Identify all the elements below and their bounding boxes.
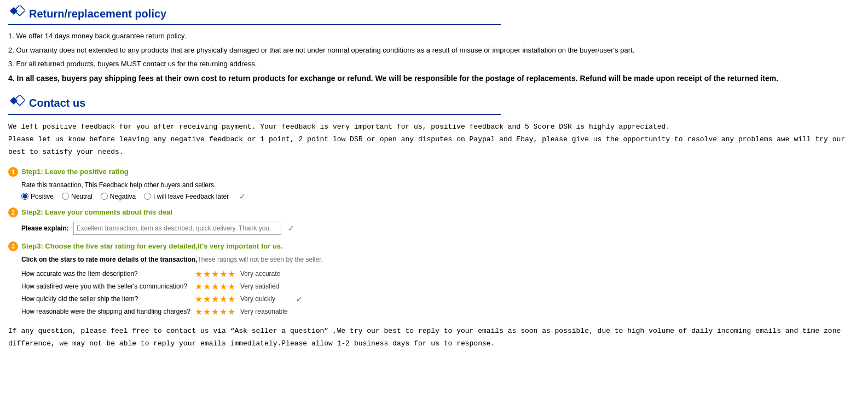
step3-number: 3 [8,241,18,251]
click-stars-label-bold: Click on the stars to rate more details … [21,256,197,263]
step2-number: 2 [8,207,18,217]
rating-stars-2[interactable]: ★★★★★ [195,293,240,305]
rating-label-3: Very reasonable [240,305,292,318]
return-policy-header: Return/replacement policy [8,5,860,22]
contact-section: Contact us We left positive feedback for… [8,95,860,350]
rating-question-1: How satisfired were you with the seller'… [21,280,195,293]
return-item-3: 3. For all returned products, buyers MUS… [8,59,860,70]
radio-later-input[interactable] [144,193,151,200]
radio-positive-input[interactable] [21,193,28,200]
diamond-icon [8,5,25,22]
contact-divider [8,114,501,115]
ratings-table: How accurate was the Item description? ★… [21,268,307,318]
explain-input[interactable] [73,222,281,235]
rating-question-0: How accurate was the Item description? [21,268,195,280]
explain-label: Please explain: [21,224,69,232]
rating-label-0: Very accurate [240,268,292,280]
rating-row-3: How reasonable were the shipping and han… [21,305,307,318]
step3-title: Step3: Choose the five star rating for e… [21,242,283,250]
rate-label-sub: This Feedback help other buyers and sell… [83,181,216,189]
radio-neutral-input[interactable] [62,193,69,200]
step3-content: Click on the stars to rate more details … [21,256,860,318]
radio-negativa-input[interactable] [101,193,108,200]
step2-container: 2 Step2: Leave your comments about this … [8,207,860,235]
step2-content: Please explain: ✓ [21,222,860,235]
return-policy-divider [8,24,501,25]
contact-title: Contact us [29,97,85,109]
step2-checkmark: ✓ [288,224,294,233]
click-stars-label-sub: These ratings will not be seen by the se… [197,256,322,263]
rating-stars-1[interactable]: ★★★★★ [195,280,240,293]
contact-diamond-icon [8,95,25,112]
row-checkmark-2: ✓ [292,295,303,304]
return-policy-title: Return/replacement policy [29,8,166,20]
rating-row-0: How accurate was the Item description? ★… [21,268,307,280]
return-policy-section: Return/replacement policy 1. We offer 14… [8,5,860,84]
radio-later-label: I will leave Feedback later [153,193,229,200]
rating-label-2: Very quickly [240,293,292,305]
footer-note: If any question, please feel free to con… [8,325,860,350]
footer-note-text: If any question, please feel free to con… [8,325,860,350]
rate-label: Rate this transaction, This Feedback hel… [21,181,860,189]
rating-row-1: How satisfired were you with the seller'… [21,280,307,293]
step3-header: 3 Step3: Choose the five star rating for… [8,241,860,251]
click-stars-label: Click on the stars to rate more details … [21,256,860,263]
contact-intro-line1: We left positive feedback for you after … [8,120,860,133]
step1-title: Step1: Leave the positive rating [21,168,129,176]
radio-negativa-label: Negativa [110,193,136,200]
step1-number: 1 [8,167,18,177]
radio-neutral-label: Neutral [71,193,92,200]
step1-header: 1 Step1: Leave the positive rating [8,167,860,177]
step1-content: Rate this transaction, This Feedback hel… [21,181,860,201]
radio-later[interactable]: I will leave Feedback later [144,193,229,200]
step3-container: 3 Step3: Choose the five star rating for… [8,241,860,318]
rating-row-2: How quickly did the seller ship the item… [21,293,307,305]
contact-header: Contact us [8,95,860,112]
step1-container: 1 Step1: Leave the positive rating Rate … [8,167,860,201]
explain-row: Please explain: ✓ [21,222,860,235]
radio-negativa[interactable]: Negativa [101,193,136,200]
step2-header: 2 Step2: Leave your comments about this … [8,207,860,217]
step2-title: Step2: Leave your comments about this de… [21,208,172,216]
radio-neutral[interactable]: Neutral [62,193,92,200]
rating-label-1: Very satisfied [240,280,292,293]
contact-intro-line2: Please let us know before leaving any ne… [8,133,860,159]
radio-group: Positive Neutral Negativa I will leave F… [21,192,860,201]
contact-intro: We left positive feedback for you after … [8,120,860,159]
return-item-1: 1. We offer 14 days money back guarantee… [8,31,860,42]
radio-positive-label: Positive [31,193,54,200]
step1-checkmark: ✓ [239,192,246,201]
rating-stars-3[interactable]: ★★★★★ [195,305,240,318]
rating-question-3: How reasonable were the shipping and han… [21,305,195,318]
rating-stars-0[interactable]: ★★★★★ [195,268,240,280]
rating-question-2: How quickly did the seller ship the item… [21,293,195,305]
return-item-4: 4. In all cases, buyers pay shipping fee… [8,73,860,84]
rate-label-bold: Rate this transaction, [21,181,83,189]
radio-positive[interactable]: Positive [21,193,54,200]
return-item-2: 2. Our warranty does not extended to any… [8,45,860,56]
